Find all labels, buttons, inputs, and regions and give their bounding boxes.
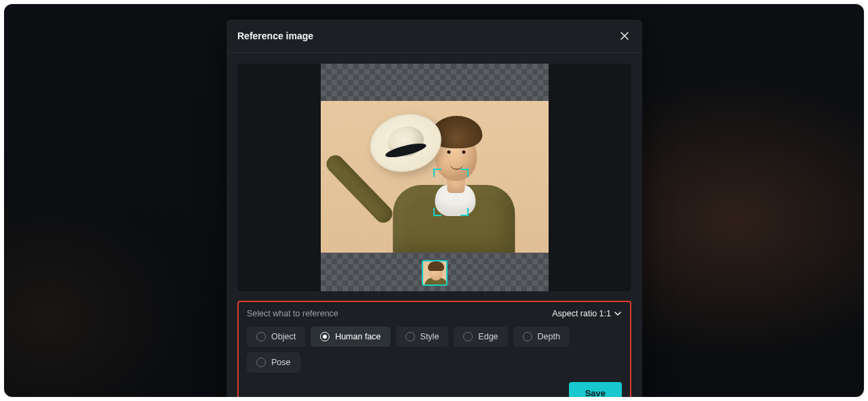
reference-option-human-face[interactable]: Human face [311, 326, 390, 347]
radio-icon [320, 332, 330, 341]
image-preview-panel [237, 64, 631, 291]
close-icon [620, 31, 629, 41]
reference-option-label: Object [271, 332, 296, 341]
close-button[interactable] [618, 29, 631, 43]
modal-title: Reference image [237, 30, 313, 41]
reference-option-object[interactable]: Object [247, 326, 305, 347]
reference-image-modal: Reference image [226, 20, 642, 397]
radio-icon [406, 332, 415, 341]
modal-body: Select what to reference Aspect ratio 1:… [226, 53, 642, 397]
save-button[interactable]: Save [569, 382, 622, 397]
reference-type-options: ObjectHuman faceStyleEdgeDepthPose [247, 326, 622, 373]
reference-option-label: Depth [538, 332, 560, 341]
radio-icon [463, 332, 473, 341]
app-background: Reference image [4, 4, 864, 397]
radio-icon [256, 332, 266, 341]
reference-option-depth[interactable]: Depth [513, 326, 570, 347]
aspect-ratio-label: Aspect ratio 1:1 [552, 309, 611, 318]
radio-icon [256, 358, 266, 367]
reference-controls: Select what to reference Aspect ratio 1:… [237, 301, 631, 397]
modal-header: Reference image [226, 20, 642, 53]
controls-prompt: Select what to reference [247, 309, 338, 318]
reference-option-pose[interactable]: Pose [247, 352, 300, 373]
chevron-down-icon [614, 310, 622, 318]
radio-icon [523, 332, 532, 341]
reference-option-label: Style [420, 332, 439, 341]
reference-option-style[interactable]: Style [396, 326, 449, 347]
face-crop-thumbnail[interactable] [422, 260, 448, 286]
reference-photo [321, 101, 549, 253]
reference-option-label: Edge [478, 332, 498, 341]
reference-option-label: Human face [335, 332, 380, 341]
reference-option-edge[interactable]: Edge [454, 326, 507, 347]
aspect-ratio-dropdown[interactable]: Aspect ratio 1:1 [552, 309, 622, 318]
preview-canvas[interactable] [321, 64, 549, 291]
reference-option-label: Pose [271, 358, 291, 367]
